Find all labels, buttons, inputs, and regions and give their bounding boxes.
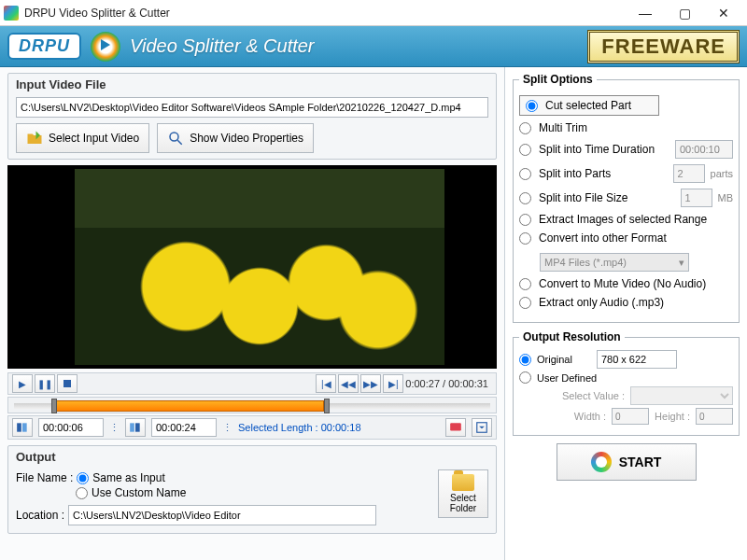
multi-trim-label: Multi Trim (539, 121, 587, 134)
app-title: Video Splitter & Cutter (130, 35, 587, 57)
svg-rect-6 (450, 423, 461, 430)
width-field[interactable] (612, 408, 649, 425)
range-start-handle[interactable] (51, 399, 57, 413)
filesize-unit: MB (718, 192, 734, 203)
close-button[interactable]: ✕ (704, 0, 743, 26)
user-defined-radio[interactable] (519, 371, 531, 384)
input-group-title: Input Video File (8, 74, 496, 93)
cut-selected-radio[interactable] (526, 100, 538, 112)
play-button[interactable]: ▶ (12, 374, 33, 393)
parts-field[interactable] (673, 164, 705, 183)
audio-only-label: Extract only Audio (.mp3) (539, 296, 664, 309)
video-preview[interactable] (7, 165, 497, 369)
range-end-handle[interactable] (324, 399, 330, 413)
resolution-title: Output Resolution (519, 330, 625, 343)
audio-only-radio[interactable] (519, 297, 531, 309)
snapshot-button[interactable] (445, 418, 466, 437)
width-label: Width : (574, 411, 606, 422)
input-path-field[interactable] (16, 97, 488, 118)
start-button[interactable]: START (557, 443, 697, 481)
split-options-group: Split Options Cut selected Part Multi Tr… (513, 73, 740, 323)
select-folder-button[interactable]: Select Folder (438, 469, 488, 518)
convert-format-radio[interactable] (519, 232, 531, 245)
chevron-down-icon: ▾ (679, 257, 684, 269)
video-frame-image (75, 169, 444, 365)
select-input-video-button[interactable]: Select Input Video (16, 123, 149, 153)
extract-images-radio[interactable] (519, 214, 531, 226)
location-label: Location : (16, 509, 64, 522)
svg-line-1 (177, 140, 182, 145)
brand-logo: DRPU (7, 33, 81, 60)
filename-label: File Name : (16, 471, 73, 484)
same-as-input-radio[interactable] (77, 472, 89, 484)
multi-trim-radio[interactable] (519, 122, 531, 134)
time-display: 0:00:27 / 00:00:31 (405, 378, 492, 389)
custom-name-radio[interactable] (76, 487, 88, 499)
magnifier-icon (167, 130, 184, 147)
folder-open-icon (26, 130, 43, 147)
parts-label: Split into Parts (539, 167, 611, 180)
window-title: DRPU Video Splitter & Cutter (24, 7, 626, 20)
output-group: Output File Name : Same as Input Use Cus… (7, 445, 497, 534)
select-folder-label: Select Folder (439, 493, 487, 513)
minimize-button[interactable]: — (626, 0, 665, 26)
input-video-group: Input Video File Select Input Video (7, 73, 497, 160)
cut-selected-label: Cut selected Part (545, 99, 631, 112)
show-properties-button[interactable]: Show Video Properties (157, 123, 314, 153)
select-value-label: Select Value : (562, 390, 625, 401)
mute-video-label: Convert to Mute Video (No Audio) (539, 277, 706, 290)
filesize-field[interactable] (681, 189, 712, 207)
playback-bar: ▶ ❚❚ |◀ ◀◀ ▶▶ ▶| 0:00:27 / 00:00:31 (7, 372, 497, 395)
format-combo[interactable]: MP4 Files (*.mp4)▾ (540, 253, 689, 272)
split-options-title: Split Options (519, 73, 597, 86)
parts-radio[interactable] (519, 168, 531, 180)
parts-unit: parts (711, 168, 733, 179)
filesize-label: Split into File Size (539, 191, 627, 204)
app-icon (4, 6, 19, 21)
skip-end-button[interactable]: ▶| (383, 374, 403, 393)
output-title: Output (8, 446, 496, 466)
filesize-radio[interactable] (519, 192, 531, 204)
svg-rect-2 (17, 423, 21, 431)
height-field[interactable] (696, 408, 733, 425)
banner: DRPU Video Splitter & Cutter FREEWARE (0, 26, 747, 67)
svg-rect-3 (22, 423, 27, 431)
time-duration-field[interactable] (675, 140, 733, 159)
select-input-label: Select Input Video (49, 132, 139, 145)
range-slider[interactable] (7, 397, 497, 413)
mute-video-radio[interactable] (519, 278, 531, 290)
height-label: Height : (655, 411, 690, 422)
rewind-button[interactable]: ◀◀ (338, 374, 359, 393)
location-field[interactable] (68, 505, 376, 525)
resolution-combo[interactable] (630, 386, 733, 405)
set-start-button[interactable] (12, 418, 33, 437)
original-res-field[interactable] (597, 350, 677, 369)
set-end-button[interactable] (125, 418, 146, 437)
same-as-input-label: Same as Input (92, 471, 164, 484)
stop-button[interactable] (57, 374, 78, 393)
forward-button[interactable]: ▶▶ (360, 374, 381, 393)
app-logo-icon (91, 32, 120, 62)
fullscreen-button[interactable] (472, 418, 492, 437)
show-properties-label: Show Video Properties (190, 132, 303, 145)
freeware-badge: FREEWARE (587, 30, 740, 63)
trim-row: ⋮ ⋮ Selected Length : 00:00:18 (7, 415, 497, 440)
svg-point-0 (170, 133, 178, 141)
skip-start-button[interactable]: |◀ (316, 374, 336, 393)
time-duration-radio[interactable] (519, 144, 531, 156)
trim-end-field[interactable] (151, 418, 217, 437)
selected-length-label: Selected Length : 00:00:18 (238, 422, 361, 433)
time-duration-label: Split into Time Duration (539, 143, 655, 156)
extract-images-label: Extract Images of selected Range (539, 213, 707, 226)
titlebar: DRPU Video Splitter & Cutter — ▢ ✕ (0, 0, 747, 26)
start-label: START (619, 455, 662, 469)
pause-button[interactable]: ❚❚ (35, 374, 55, 393)
user-defined-label: User Defined (537, 372, 597, 384)
svg-rect-4 (130, 423, 134, 431)
trim-start-field[interactable] (38, 418, 104, 437)
custom-name-label: Use Custom Name (92, 486, 186, 499)
maximize-button[interactable]: ▢ (665, 0, 704, 26)
folder-icon (452, 474, 474, 491)
original-res-radio[interactable] (519, 354, 531, 366)
start-icon (591, 452, 612, 472)
